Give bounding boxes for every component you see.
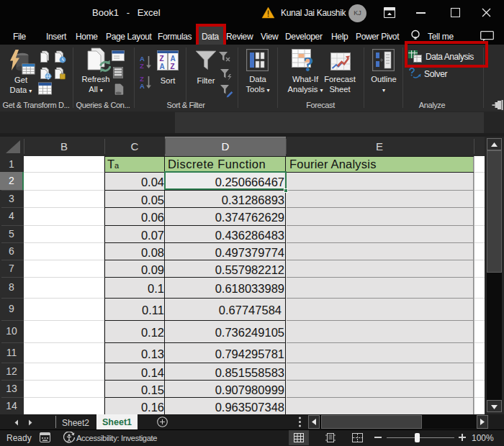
svg-text:A: A [160, 63, 165, 70]
svg-text:?: ? [303, 52, 314, 73]
svg-text:Z: Z [160, 55, 164, 63]
svg-text:A: A [171, 55, 176, 63]
svg-text:A: A [140, 82, 145, 90]
svg-text:Z: Z [140, 62, 144, 70]
svg-text:Z: Z [171, 63, 175, 70]
